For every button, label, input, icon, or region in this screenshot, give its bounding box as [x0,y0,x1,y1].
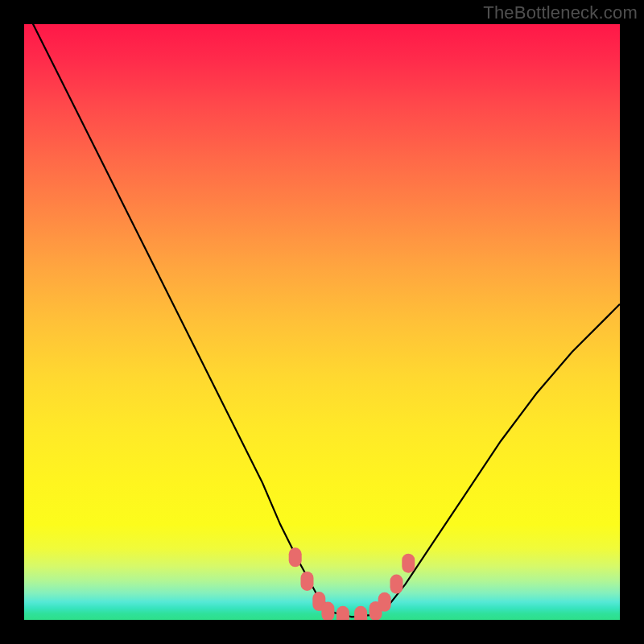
curve-marker [390,575,403,594]
bottleneck-curve [24,24,620,617]
curve-layer [24,24,620,620]
curve-marker [354,606,367,620]
curve-marker [402,554,415,573]
curve-marker [289,547,302,567]
curve-marker [378,592,391,612]
watermark-text: TheBottleneck.com [483,2,638,23]
curve-marker [336,606,349,620]
curve-marker [301,572,314,591]
plot-area [24,24,620,620]
marker-group [289,547,415,620]
bottleneck-line [24,24,620,617]
curve-marker [321,602,334,620]
chart-frame: TheBottleneck.com [0,0,644,644]
